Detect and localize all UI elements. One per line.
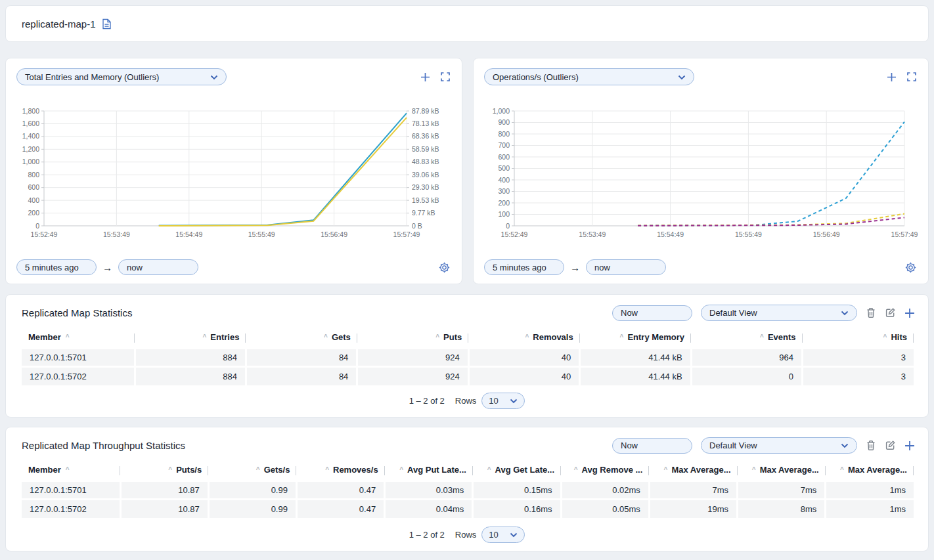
value-cell: 0 — [691, 367, 802, 385]
time-from-input[interactable] — [16, 259, 97, 275]
table-time-input[interactable] — [612, 438, 692, 454]
svg-text:800: 800 — [498, 130, 510, 138]
member-cell: 127.0.0.1:5702 — [22, 500, 120, 518]
sort-caret-icon: ^ — [324, 334, 328, 341]
metric-select[interactable]: Total Entries and Memory (Outliers) — [16, 68, 227, 85]
svg-text:58.59 kB: 58.59 kB — [412, 145, 439, 153]
replicated-map-dashboard: replicated-map-1 Total Entries and Memor… — [0, 0, 934, 560]
sort-caret-icon: ^ — [66, 334, 70, 341]
column-header-avg-put-late[interactable]: ^Avg Put Late... — [385, 462, 473, 481]
column-header-gets-s[interactable]: ^Gets/s — [208, 462, 296, 481]
table-row[interactable]: 127.0.0.1:570210.870.990.470.04ms0.16ms0… — [22, 500, 914, 518]
svg-text:39.06 kB: 39.06 kB — [412, 171, 439, 179]
sort-caret-icon: ^ — [325, 466, 329, 473]
svg-text:1,400: 1,400 — [22, 132, 39, 140]
column-header-entries[interactable]: ^Entries — [135, 330, 246, 349]
value-cell: 41.44 kB — [580, 349, 691, 367]
svg-text:800: 800 — [28, 171, 39, 179]
table-row[interactable]: 127.0.0.1:5701884849244041.44 kB9643 — [22, 349, 914, 367]
add-column-icon[interactable] — [904, 308, 915, 318]
svg-text:1,000: 1,000 — [22, 158, 39, 165]
chevron-down-icon — [841, 308, 849, 318]
fullscreen-icon[interactable] — [907, 72, 916, 81]
value-cell: 884 — [135, 367, 246, 385]
table-row[interactable]: 127.0.0.1:570110.870.990.470.03ms0.15ms0… — [22, 481, 914, 500]
column-header-avg-remove[interactable]: ^Avg Remove ... — [561, 462, 649, 481]
value-cell: 924 — [357, 349, 468, 367]
table-title: Replicated Map Statistics — [22, 307, 132, 318]
value-cell: 41.44 kB — [580, 367, 691, 385]
column-header-hits[interactable]: ^Hits — [803, 330, 914, 349]
add-chart-icon[interactable] — [887, 72, 897, 82]
sort-caret-icon: ^ — [574, 466, 578, 473]
column-header-puts-s[interactable]: ^Puts/s — [120, 462, 208, 481]
edit-icon[interactable] — [885, 307, 896, 318]
document-icon[interactable] — [102, 18, 112, 30]
trash-icon[interactable] — [866, 307, 876, 318]
rows-per-page-select[interactable]: 10 — [481, 527, 525, 543]
column-header-avg-get-late[interactable]: ^Avg Get Late... — [473, 462, 561, 481]
svg-text:900: 900 — [498, 118, 510, 126]
svg-text:15:52:49: 15:52:49 — [501, 230, 528, 238]
add-chart-icon[interactable] — [420, 72, 430, 82]
value-cell: 0.99 — [208, 500, 296, 518]
member-cell: 127.0.0.1:5701 — [22, 349, 135, 367]
column-header-puts[interactable]: ^Puts — [357, 330, 468, 349]
column-header-max-average[interactable]: ^Max Average... — [826, 462, 914, 481]
column-header-member[interactable]: Member^ — [22, 462, 120, 481]
gear-icon[interactable] — [439, 262, 450, 273]
table-time-input[interactable] — [612, 305, 692, 321]
svg-text:200: 200 — [498, 199, 510, 207]
replicated-map-statistics-table: Member^^Entries^Gets^Puts^Removals^Entry… — [22, 330, 914, 385]
column-header-entry-memory[interactable]: ^Entry Memory — [580, 330, 691, 349]
time-to-input[interactable] — [118, 259, 198, 275]
trash-icon[interactable] — [866, 440, 876, 451]
svg-text:15:52:49: 15:52:49 — [31, 230, 58, 238]
metric-select[interactable]: Operations/s (Outliers) — [484, 68, 694, 85]
edit-icon[interactable] — [885, 440, 896, 451]
chevron-down-icon — [678, 72, 686, 82]
value-cell: 0.99 — [208, 481, 296, 500]
add-column-icon[interactable] — [904, 441, 915, 451]
column-header-gets[interactable]: ^Gets — [246, 330, 357, 349]
value-cell: 3 — [803, 367, 914, 385]
column-header-member[interactable]: Member^ — [22, 330, 135, 349]
value-cell: 0.03ms — [385, 481, 473, 500]
column-header-max-average[interactable]: ^Max Average... — [738, 462, 826, 481]
svg-text:15:56:49: 15:56:49 — [321, 230, 347, 238]
rows-label: Rows — [455, 396, 477, 406]
value-cell: 924 — [357, 367, 468, 385]
svg-text:600: 600 — [498, 153, 510, 161]
column-header-removals[interactable]: ^Removals — [468, 330, 579, 349]
svg-text:29.30 kB: 29.30 kB — [412, 183, 439, 191]
member-cell: 127.0.0.1:5702 — [22, 367, 135, 385]
arrow-right-icon: → — [102, 263, 112, 272]
svg-text:200: 200 — [28, 209, 39, 217]
svg-text:68.36 kB: 68.36 kB — [412, 132, 439, 140]
gear-icon[interactable] — [905, 262, 916, 273]
time-to-input[interactable] — [586, 259, 666, 275]
chart-line-memory — [159, 118, 407, 226]
time-from-input[interactable] — [484, 259, 564, 275]
svg-text:300: 300 — [498, 187, 510, 195]
view-select[interactable]: Default View — [701, 305, 857, 321]
column-header-events[interactable]: ^Events — [691, 330, 802, 349]
svg-text:0: 0 — [35, 222, 39, 230]
view-select[interactable]: Default View — [701, 437, 857, 454]
value-cell: 10.87 — [120, 481, 208, 500]
sort-caret-icon: ^ — [203, 334, 207, 341]
value-cell: 8ms — [738, 500, 826, 518]
replicated-map-throughput-table: Member^^Puts/s^Gets/s^Removes/s^Avg Put … — [22, 462, 914, 518]
rows-per-page-select[interactable]: 10 — [481, 393, 525, 409]
pagination-range: 1 – 2 of 2 — [409, 396, 445, 406]
value-cell: 0.16ms — [473, 500, 561, 518]
fullscreen-icon[interactable] — [441, 72, 450, 81]
column-header-removes-s[interactable]: ^Removes/s — [296, 462, 384, 481]
value-cell: 7ms — [738, 481, 826, 500]
column-header-max-average[interactable]: ^Max Average... — [649, 462, 737, 481]
table-row[interactable]: 127.0.0.1:5702884849244041.44 kB03 — [22, 367, 914, 385]
svg-text:400: 400 — [498, 176, 510, 184]
svg-text:9.77 kB: 9.77 kB — [412, 209, 435, 217]
chevron-down-icon — [210, 72, 218, 82]
value-cell: 964 — [691, 349, 802, 367]
